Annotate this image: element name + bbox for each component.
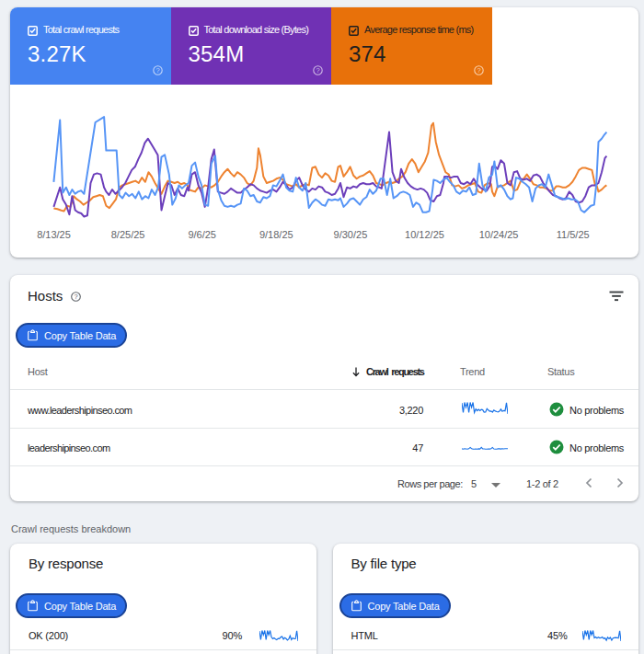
svg-text:9/6/25: 9/6/25 xyxy=(188,229,216,240)
svg-text:8/25/25: 8/25/25 xyxy=(111,229,145,240)
svg-text:8/13/25: 8/13/25 xyxy=(37,229,71,240)
svg-text:?: ? xyxy=(74,293,77,301)
svg-text:10/24/25: 10/24/25 xyxy=(479,229,519,240)
svg-text:10/12/25: 10/12/25 xyxy=(405,229,444,240)
svg-text:9/30/25: 9/30/25 xyxy=(334,229,368,240)
svg-text:11/5/25: 11/5/25 xyxy=(557,229,590,240)
svg-text:9/18/25: 9/18/25 xyxy=(259,229,293,240)
